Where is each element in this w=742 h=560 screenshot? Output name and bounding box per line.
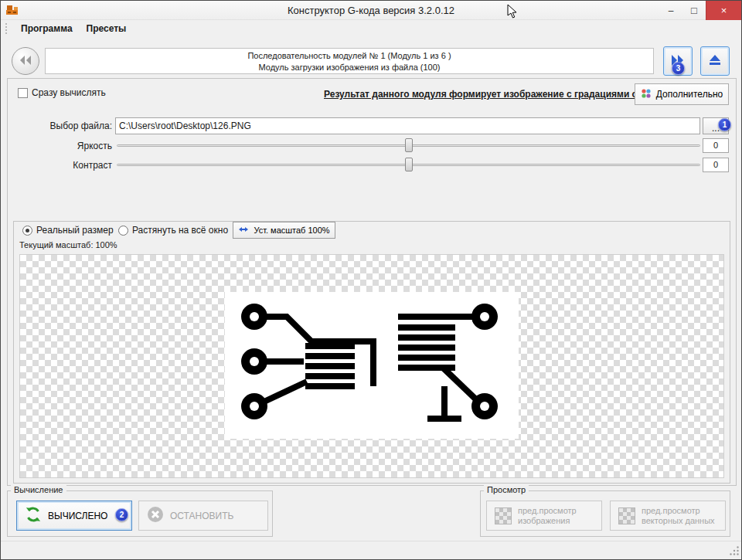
view-group-label: Просмотр — [484, 485, 529, 494]
current-scale-label: Текущий масштаб: 100% — [19, 240, 117, 249]
menu-item-program[interactable]: Программа — [14, 22, 80, 36]
preview-image-button[interactable]: пред.просмотр изображения — [486, 501, 602, 531]
image-preview-icon — [495, 507, 512, 524]
computed-button-label: ВЫЧИСЛЕНО — [48, 511, 107, 521]
app-window: Конструктор G-кода версия 3.2.0.12 – □ ×… — [0, 0, 742, 560]
minimize-button[interactable]: – — [659, 1, 682, 20]
double-left-arrows-icon — [19, 55, 32, 68]
resize-grip-icon[interactable] — [730, 546, 740, 558]
file-select-label: Выбор файла: — [32, 120, 112, 131]
menu-item-presets[interactable]: Пресеты — [80, 22, 134, 36]
eject-icon — [708, 54, 722, 69]
module-name-line: Модуль загрузки изображения из файла (10… — [46, 62, 653, 73]
real-size-label: Реальный размер — [36, 225, 114, 236]
contrast-slider[interactable] — [117, 158, 700, 172]
pcb-preview-image — [225, 292, 519, 441]
scale-arrows-icon — [238, 224, 249, 236]
preview-vector-button[interactable]: пред.просмотр векторных данных — [610, 501, 726, 531]
real-size-radio[interactable] — [22, 226, 32, 236]
stretch-radio[interactable] — [118, 226, 128, 236]
maximize-button[interactable]: □ — [682, 1, 706, 20]
contrast-value[interactable]: 0 — [703, 158, 729, 172]
mouse-cursor — [507, 4, 518, 19]
toolbar-grip-icon — [5, 23, 8, 34]
advanced-button-label: Дополнительно — [656, 89, 723, 100]
status-bar — [1, 541, 741, 560]
compute-group-label: Вычисление — [11, 485, 66, 494]
stop-button-label: ОСТАНОВИТЬ — [170, 511, 233, 521]
preview-image-label-2: изображения — [518, 516, 577, 526]
real-size-option[interactable]: Реальный размер — [22, 225, 114, 236]
brightness-label: Яркость — [32, 141, 112, 151]
annotation-badge-1: 1 — [718, 118, 731, 131]
brightness-value[interactable]: 0 — [703, 138, 729, 153]
stop-button[interactable]: ОСТАНОВИТЬ — [138, 501, 268, 531]
module-sequence-line: Последовательность модулей № 1 (Модуль 1… — [46, 50, 653, 62]
vector-preview-icon — [618, 507, 635, 524]
brightness-slider-thumb[interactable] — [405, 138, 413, 152]
preview-image-label-1: пред.просмотр — [518, 506, 577, 516]
prev-module-button[interactable] — [12, 47, 39, 75]
stop-circle-x-icon — [147, 506, 164, 525]
annotation-badge-2: 2 — [115, 508, 128, 521]
annotation-badge-3: 3 — [672, 62, 685, 75]
auto-compute-checkbox[interactable] — [18, 88, 28, 98]
auto-compute-option[interactable]: Сразу вычислять — [18, 87, 106, 98]
menu-bar: Программа Пресеты — [1, 20, 741, 36]
preview-vector-label-2: векторных данных — [642, 516, 715, 526]
image-viewport[interactable] — [19, 254, 724, 478]
module-result-link[interactable]: Результат данного модуля формирует изобр… — [324, 89, 663, 100]
auto-compute-label: Сразу вычислять — [32, 87, 106, 98]
run-all-modules-button[interactable] — [700, 46, 730, 76]
advanced-button[interactable]: Дополнительно — [635, 83, 729, 105]
stretch-label: Растянуть на всё окно — [132, 225, 228, 236]
close-button[interactable]: × — [706, 1, 741, 20]
colored-dots-icon — [641, 88, 652, 101]
window-controls: – □ × — [659, 1, 741, 20]
window-title: Конструктор G-кода версия 3.2.0.12 — [1, 1, 741, 20]
set-scale-label: Уст. масштаб 100% — [254, 226, 329, 235]
brightness-slider[interactable] — [117, 138, 700, 153]
set-scale-button[interactable]: Уст. масштаб 100% — [233, 222, 335, 239]
stretch-option[interactable]: Растянуть на всё окно — [118, 225, 228, 236]
file-path-input[interactable] — [115, 117, 700, 134]
contrast-slider-thumb[interactable] — [405, 158, 413, 171]
title-bar: Конструктор G-кода версия 3.2.0.12 – □ × — [1, 1, 741, 20]
recycle-arrows-icon — [25, 506, 42, 525]
contrast-label: Контраст — [32, 160, 112, 171]
preview-vector-label-1: пред.просмотр — [642, 506, 715, 516]
module-sequence-box: Последовательность модулей № 1 (Модуль 1… — [45, 48, 654, 74]
